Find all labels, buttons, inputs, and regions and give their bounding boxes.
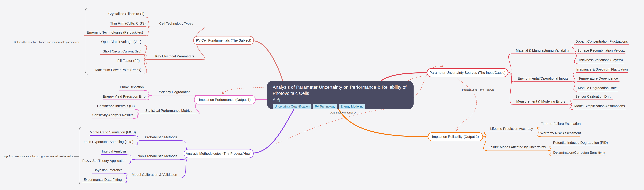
annotation-methodologies: nge from statistical sampling to rigorou… [0,155,74,158]
child-link [568,105,573,109]
node-sensor-calibration-drift[interactable]: Sensor Calibration Drift [573,94,613,100]
node-non-probabilistic-methods[interactable]: Non-Probabilistic Methods [135,154,180,159]
child-link [196,27,204,36]
link-central-sources [381,73,427,81]
child-link [180,141,187,149]
node-thin-film[interactable]: Thin Film (CdTe, CIGS) [110,21,146,27]
node-short-circuit-current[interactable]: Short Circuit Current (Isc) [100,49,144,55]
central-title: Analysis of Parameter Uncertainty on Per… [273,84,408,96]
node-fuzzy-set-theory[interactable]: Fuzzy Set Theory Application [82,158,126,164]
cross-link-quantifies [254,66,443,154]
link-central-fundamentals [254,41,283,81]
node-parameter-uncertainty-sources[interactable]: Parameter Uncertainty Sources (The Input… [427,68,508,77]
tag-pv-technology: PV Technology [313,104,337,109]
node-impact-on-performance[interactable]: Impact on Performance (Output 1) [194,95,256,104]
child-link [548,150,553,156]
node-delamination-corrosion-sensitivity[interactable]: Delamination/Corrosion Sensitivity [553,150,606,156]
node-probabilistic-methods[interactable]: Probabilistic Methods [142,135,180,141]
node-latin-hypercube-sampling[interactable]: Latin Hypercube Sampling (LHS) [84,140,134,145]
child-link [572,82,577,91]
node-thickness-variations[interactable]: Thickness Variations (Layers) [577,58,624,63]
node-bayesian-inference[interactable]: Bayesian Inference [92,168,124,173]
child-link [134,114,141,118]
node-pmax-deviation[interactable]: Pmax Deviation [119,85,144,90]
node-experimental-data-fitting[interactable]: Experimental Data Fitting [82,177,123,183]
cross-link-impacts [456,78,476,130]
node-cell-technology-types[interactable]: Cell Technology Types [151,21,201,27]
tag-uncertainty-quantification: Uncertainty Quantification [273,104,312,109]
child-link [508,73,513,105]
node-module-degradation-rate[interactable]: Module Degradation Rate [577,86,618,91]
child-link [146,27,151,36]
node-monte-carlo-simulation[interactable]: Monte Carlo Simulation (MCS) [90,130,134,136]
node-emerging-technologies[interactable]: Emerging Technologies (Perovskites) [84,30,146,36]
child-link [144,45,147,60]
child-link [180,158,186,159]
node-confidence-intervals[interactable]: Confidence Intervals (CI) [97,104,135,109]
edge-label-impacts-long-term-risk: Impacts Long-Term Risk On [459,88,497,91]
child-link [126,159,135,164]
node-potential-induced-degradation[interactable]: Potential Induced Degradation (PID) [553,140,608,146]
node-material-manufacturing-variability[interactable]: Material & Manufacturing Variability [512,48,574,54]
node-impact-on-reliability[interactable]: Impact on Reliability (Output 2) [428,132,483,141]
bracket-methodologies [79,127,81,185]
bracket-fundamentals [85,8,88,75]
child-link [536,127,540,132]
child-link [135,109,141,114]
node-analysis-methodologies[interactable]: Analysis Methodologies (The Process/How) [184,149,254,158]
node-interval-analysis[interactable]: Interval Analysis [101,149,127,155]
child-link [127,155,135,159]
node-fill-factor[interactable]: Fill Factor (FF) [113,58,144,64]
child-link [568,100,573,105]
lightning-microscope-icon: ⚡🔬 [273,97,408,102]
node-crystalline-silicon[interactable]: Crystalline Silicon (c-Si) [107,12,146,17]
node-pv-cell-fundamentals[interactable]: PV Cell Fundamentals (The Subject) [193,36,254,45]
node-model-calibration-validation[interactable]: Model Calibration & Validation [129,172,180,178]
edge-label-quantifies-variability: Quantifies Variability Of [324,111,362,114]
node-open-circuit-voltage[interactable]: Open Circuit Voltage (Voc) [99,40,144,45]
node-key-electrical-parameters[interactable]: Key Electrical Parameters [147,54,202,60]
tag-row: Uncertainty Quantification PV Technology… [273,104,408,109]
child-link [146,17,151,27]
node-irradiance-spectrum-fluctuation[interactable]: Irradiance & Spectrum Fluctuation [576,67,628,73]
node-model-simplification-assumptions[interactable]: Model Simplification Assumptions [573,104,626,109]
child-link [123,178,129,183]
child-link [483,137,486,150]
node-warranty-risk-assessment[interactable]: Warranty Risk Assessment [540,131,580,136]
node-temperature-dependence[interactable]: Temperature Dependence [577,76,620,82]
node-energy-yield-prediction-error[interactable]: Energy Yield Prediction Error [103,94,146,100]
child-link [536,132,540,136]
child-link [508,54,512,73]
child-link [134,136,142,141]
node-measurement-modeling-errors[interactable]: Measurement & Modeling Errors [513,99,568,105]
node-failure-modes-affected[interactable]: Failure Modes Affected by Uncertainty [486,145,548,150]
child-link [574,54,577,63]
child-link [134,141,142,145]
node-dopant-concentration-fluctuations[interactable]: Dopant Concentration Fluctuations [574,39,629,45]
child-link [180,158,187,178]
link-central-methodologies [254,110,294,153]
child-link [124,173,129,178]
tag-energy-modeling: Energy Modeling [339,104,366,109]
central-topic-node[interactable]: Analysis of Parameter Uncertainty on Per… [267,81,414,109]
child-link [572,73,576,82]
child-link [483,132,487,137]
node-maximum-power-point[interactable]: Maximum Power Point (Pmax) [93,68,144,73]
node-environmental-operational-inputs[interactable]: Environmental/Operational Inputs [514,76,572,82]
node-surface-recombination-velocity[interactable]: Surface Recombination Velocity [577,48,626,54]
child-link [548,146,553,150]
node-statistical-performance-metrics[interactable]: Statistical Performance Metrics [141,108,196,114]
node-sensitivity-analysis-results[interactable]: Sensitivity Analysis Results [92,113,134,118]
node-lifetime-prediction-accuracy[interactable]: Lifetime Prediction Accuracy [487,126,536,132]
node-time-to-failure-estimation[interactable]: Time-to-Failure Estimation [540,121,581,127]
annotation-fundamentals: Defines the baseline physics and measura… [10,41,80,44]
node-efficiency-degradation[interactable]: Efficiency Degradation [152,90,195,95]
